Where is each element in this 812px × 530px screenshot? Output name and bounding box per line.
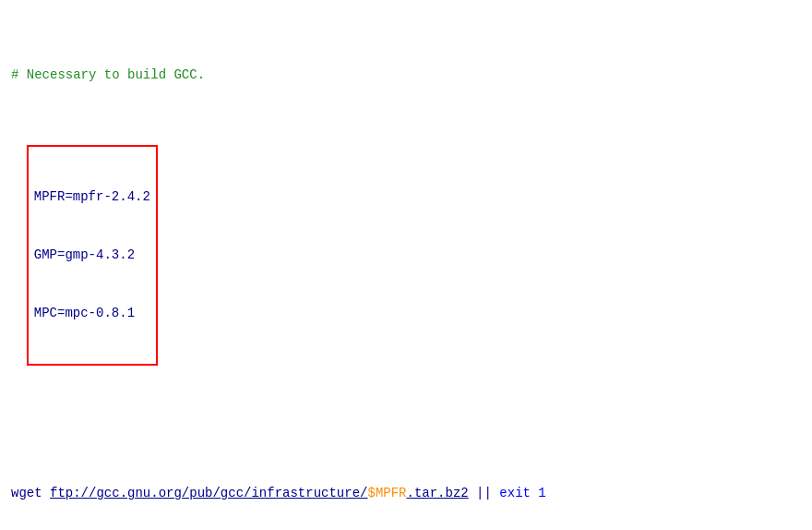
wget-cmd-mpfr: wget [11,484,50,503]
mpc-var-line: MPC=mpc-0.8.1 [34,304,150,323]
vars-box: MPFR=mpfr-2.4.2 GMP=gmp-4.3.2 MPC=mpc-0.… [27,145,158,366]
gmp-var-line: GMP=gmp-4.3.2 [34,246,150,265]
exit-kw-mpfr: exit [499,484,531,503]
comment-text-1: # Necessary to build GCC. [11,66,205,85]
exit-num-mpfr: 1 [531,484,546,503]
mpfr-var-ref1: $MPFR [367,484,406,503]
gmp-var: GMP=gmp-4.3.2 [34,246,135,265]
wget-mpfr-line: wget ftp://gcc.gnu.org/pub/gcc/infrastru… [11,484,801,503]
mpfr-var-line: MPFR=mpfr-2.4.2 [34,187,150,207]
mpc-var: MPC=mpc-0.8.1 [34,304,135,323]
pipe-mpfr: || [469,484,500,503]
wget-url-mpfr: ftp://gcc.gnu.org/pub/gcc/infrastructure… [50,484,367,503]
code-block: # Necessary to build GCC. MPFR=mpfr-2.4.… [11,7,801,530]
mpfr-var: MPFR=mpfr-2.4.2 [34,187,150,207]
comment-line-1: # Necessary to build GCC. [11,66,801,85]
url-suffix-mpfr: .tar.bz2 [407,484,469,503]
